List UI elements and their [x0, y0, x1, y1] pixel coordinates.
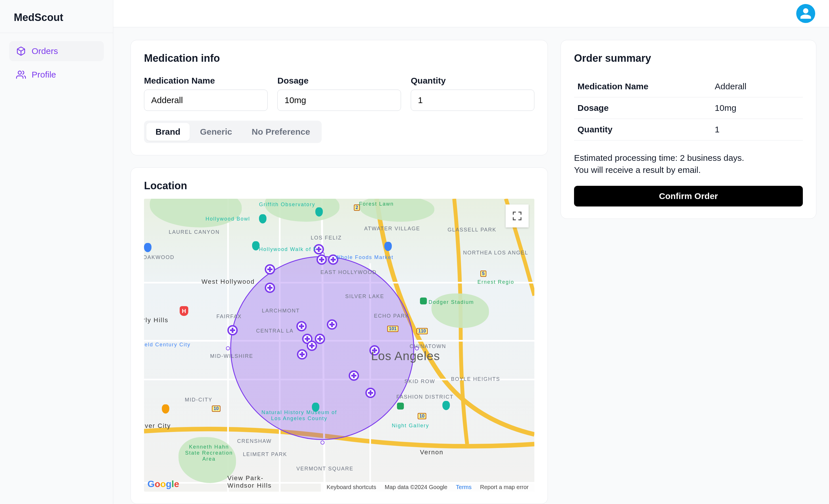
pref-generic-button[interactable]: Generic — [191, 123, 242, 141]
pharmacy-marker[interactable] — [315, 334, 325, 344]
map-label: OAKWOOD — [144, 255, 175, 261]
report-link[interactable]: Report a map error — [480, 484, 529, 490]
map-label: VERMONT SQUARE — [296, 466, 354, 472]
map-label: Vernon — [420, 449, 443, 456]
poi-marker[interactable] — [384, 242, 392, 251]
label-dosage: Dosage — [277, 76, 401, 86]
order-summary-title: Order summary — [574, 52, 803, 64]
map-label: GLASSELL PARK — [447, 227, 496, 233]
content: Medication info Medication Name Dosage Q… — [113, 27, 829, 504]
poi-marker[interactable] — [442, 401, 450, 410]
summary-label: Quantity — [574, 119, 712, 141]
brand-title: MedScout — [0, 0, 113, 33]
map-label: EAST HOLLYWOOD — [321, 269, 376, 275]
map-label: LAUREL CANYON — [169, 229, 220, 235]
keyboard-shortcuts-link[interactable]: Keyboard shortcuts — [327, 484, 376, 490]
map-label: View Park-Windsor Hills — [227, 474, 279, 489]
map-attribution: Keyboard shortcuts Map data ©2024 Google… — [321, 483, 534, 492]
map-label: Dodger Stadium — [429, 299, 474, 305]
package-icon — [16, 46, 26, 56]
poi-marker[interactable] — [420, 298, 427, 304]
summary-note: Estimated processing time: 2 business da… — [574, 152, 803, 176]
map-label: Forest Lawn — [359, 201, 394, 207]
map-label: MID-CITY — [185, 397, 212, 403]
map-label: ECHO PARK — [374, 313, 409, 319]
input-dosage[interactable] — [277, 89, 401, 111]
sidebar: MedScout Orders Profile — [0, 0, 113, 504]
radius-handle-w[interactable] — [226, 346, 230, 350]
terms-link[interactable]: Terms — [456, 484, 471, 490]
pharmacy-marker[interactable] — [327, 319, 337, 330]
pharmacy-marker[interactable] — [365, 388, 376, 398]
map-label: Hollywood Walk of F — [259, 246, 317, 253]
summary-value: Adderall — [712, 76, 803, 98]
map-label: Hollywood Bowl — [206, 216, 250, 222]
pharmacy-marker[interactable] — [349, 371, 359, 381]
pharmacy-marker[interactable] — [296, 321, 307, 332]
poi-marker[interactable] — [397, 402, 404, 410]
summary-value: 1 — [712, 119, 803, 141]
input-medication-name[interactable] — [144, 89, 267, 111]
map-label: LEIMERT PARK — [243, 452, 287, 458]
poi-marker[interactable] — [162, 404, 169, 414]
topbar — [113, 0, 829, 27]
highway-shield: 10 — [212, 405, 220, 412]
nav: Orders Profile — [0, 33, 113, 85]
medication-info-card: Medication info Medication Name Dosage Q… — [131, 40, 548, 155]
map-label: CHINATOWN — [409, 344, 446, 349]
poi-marker[interactable] — [259, 214, 266, 224]
field-quantity: Quantity — [411, 76, 534, 111]
pharmacy-marker[interactable] — [265, 264, 275, 275]
map-label: SKID ROW — [404, 379, 435, 385]
highway-shield: 10 — [418, 413, 426, 419]
highway-shield: 5 — [480, 271, 486, 277]
order-summary-card: Order summary Medication Name Adderall D… — [561, 40, 816, 219]
field-medication-name: Medication Name — [144, 76, 267, 111]
map-data-text: Map data ©2024 Google — [385, 484, 447, 490]
sidebar-item-label: Profile — [32, 70, 56, 80]
poi-marker[interactable] — [252, 241, 259, 250]
fullscreen-icon — [512, 211, 522, 221]
pharmacy-marker[interactable] — [227, 325, 238, 336]
fullscreen-button[interactable] — [506, 204, 529, 227]
summary-row: Quantity 1 — [574, 119, 803, 141]
radius-handle-s[interactable] — [321, 440, 325, 444]
poi-marker[interactable] — [144, 243, 151, 252]
highway-shield: 101 — [387, 326, 398, 332]
location-card: Location — [131, 167, 548, 504]
map-label: West Hollywood — [202, 278, 255, 285]
map-label: MID-WILSHIRE — [210, 353, 253, 359]
map-label: Whole Foods Market — [335, 255, 394, 261]
poi-marker[interactable] — [315, 207, 323, 217]
pharmacy-marker[interactable] — [297, 349, 307, 359]
hospital-marker[interactable]: H — [180, 306, 188, 316]
pharmacy-marker[interactable] — [317, 255, 327, 265]
pref-no-preference-button[interactable]: No Preference — [242, 123, 319, 141]
pharmacy-marker[interactable] — [265, 282, 275, 293]
highway-shield: 110 — [417, 328, 428, 334]
map-label: ield Century City — [144, 342, 190, 348]
pharmacy-marker[interactable] — [307, 341, 317, 351]
user-icon — [799, 7, 812, 20]
avatar[interactable] — [796, 4, 815, 23]
confirm-order-button[interactable]: Confirm Order — [574, 186, 803, 206]
summary-label: Dosage — [574, 98, 712, 119]
map-label-city: Los Angeles — [371, 349, 440, 363]
map[interactable]: H 101 110 — [144, 199, 534, 492]
users-icon — [16, 70, 26, 80]
field-dosage: Dosage — [277, 76, 401, 111]
map-label: Griffith Observatory — [259, 202, 315, 208]
summary-row: Dosage 10mg — [574, 98, 803, 119]
label-quantity: Quantity — [411, 76, 534, 86]
summary-value: 10mg — [712, 98, 803, 119]
map-label: rly Hills — [144, 316, 169, 324]
map-label: FASHION DISTRICT — [396, 394, 454, 400]
sidebar-item-profile[interactable]: Profile — [9, 65, 104, 85]
map-label: BOYLE HEIGHTS — [451, 376, 500, 382]
preference-segmented-control: Brand Generic No Preference — [144, 121, 322, 143]
input-quantity[interactable] — [411, 89, 534, 111]
map-label: Kenneth Hahn State Recreation Area — [183, 444, 235, 462]
map-label: Night Gallery — [392, 423, 429, 429]
sidebar-item-orders[interactable]: Orders — [9, 41, 104, 61]
pref-brand-button[interactable]: Brand — [146, 123, 190, 141]
